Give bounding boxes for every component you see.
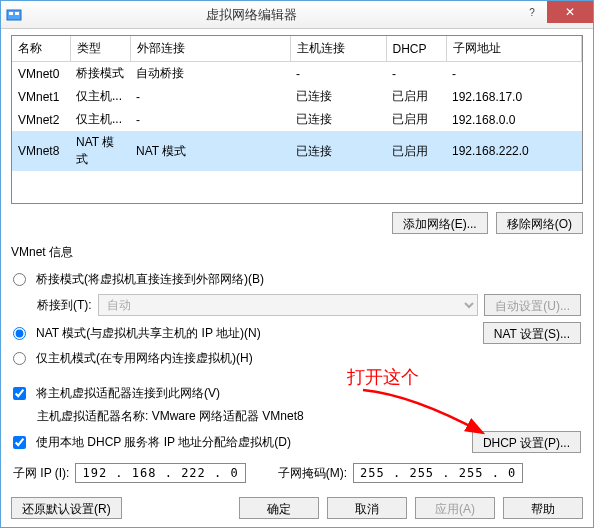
network-table[interactable]: 名称 类型 外部连接 主机连接 DHCP 子网地址 VMnet0桥接模式自动桥接… [11, 35, 583, 204]
cell-host: 已连接 [290, 85, 386, 108]
help-button[interactable]: ? [517, 1, 547, 23]
cell-name: VMnet2 [12, 108, 70, 131]
titlebar: 虚拟网络编辑器 ? ✕ [1, 1, 593, 29]
mode-hostonly-radio[interactable] [13, 352, 26, 365]
table-row[interactable]: VMnet2仅主机...-已连接已启用192.168.0.0 [12, 108, 582, 131]
restore-defaults-button[interactable]: 还原默认设置(R) [11, 497, 122, 519]
cell-host: 已连接 [290, 108, 386, 131]
cell-name: VMnet0 [12, 62, 70, 86]
col-type[interactable]: 类型 [70, 36, 130, 62]
table-row[interactable]: VMnet0桥接模式自动桥接--- [12, 62, 582, 86]
mode-nat-label: NAT 模式(与虚拟机共享主机的 IP 地址)(N) [36, 325, 261, 342]
cell-dhcp: - [386, 62, 446, 86]
cell-ext: 自动桥接 [130, 62, 290, 86]
cell-ext: - [130, 85, 290, 108]
table-row[interactable]: VMnet1仅主机...-已连接已启用192.168.17.0 [12, 85, 582, 108]
window-title: 虚拟网络编辑器 [0, 6, 517, 24]
cell-subnet: 192.168.0.0 [446, 108, 582, 131]
col-ext[interactable]: 外部连接 [130, 36, 290, 62]
cell-subnet: - [446, 62, 582, 86]
col-subnet[interactable]: 子网地址 [446, 36, 582, 62]
cell-host: - [290, 62, 386, 86]
cell-subnet: 192.168.222.0 [446, 131, 582, 171]
auto-settings-button[interactable]: 自动设置(U)... [484, 294, 581, 316]
cell-ext: - [130, 108, 290, 131]
nat-settings-button[interactable]: NAT 设置(S)... [483, 322, 581, 344]
cell-dhcp: 已启用 [386, 108, 446, 131]
cancel-button[interactable]: 取消 [327, 497, 407, 519]
col-name[interactable]: 名称 [12, 36, 70, 62]
mode-nat-radio[interactable] [13, 327, 26, 340]
cell-type: 仅主机... [70, 108, 130, 131]
vmnet-info-group: 桥接模式(将虚拟机直接连接到外部网络)(B) 桥接到(T): 自动 自动设置(U… [11, 265, 583, 489]
vmnet-info-label: VMnet 信息 [11, 244, 583, 261]
close-button[interactable]: ✕ [547, 1, 593, 23]
subnet-ip-label: 子网 IP (I): [13, 465, 69, 482]
cell-dhcp: 已启用 [386, 131, 446, 171]
cell-type: 仅主机... [70, 85, 130, 108]
help-button-footer[interactable]: 帮助 [503, 497, 583, 519]
ok-button[interactable]: 确定 [239, 497, 319, 519]
cell-subnet: 192.168.17.0 [446, 85, 582, 108]
cell-name: VMnet1 [12, 85, 70, 108]
use-dhcp-label: 使用本地 DHCP 服务将 IP 地址分配给虚拟机(D) [36, 434, 291, 451]
cell-ext: NAT 模式 [130, 131, 290, 171]
subnet-ip-input[interactable]: 192 . 168 . 222 . 0 [75, 463, 245, 483]
use-dhcp-checkbox[interactable] [13, 436, 26, 449]
dhcp-settings-button[interactable]: DHCP 设置(P)... [472, 431, 581, 453]
bridge-to-select[interactable]: 自动 [98, 294, 479, 316]
adapter-name-label: 主机虚拟适配器名称: VMware 网络适配器 VMnet8 [37, 408, 304, 425]
cell-type: NAT 模式 [70, 131, 130, 171]
bridge-to-label: 桥接到(T): [37, 297, 92, 314]
col-host[interactable]: 主机连接 [290, 36, 386, 62]
subnet-mask-input[interactable]: 255 . 255 . 255 . 0 [353, 463, 523, 483]
table-row[interactable]: VMnet8NAT 模式NAT 模式已连接已启用192.168.222.0 [12, 131, 582, 171]
remove-network-button[interactable]: 移除网络(O) [496, 212, 583, 234]
mode-bridged-label: 桥接模式(将虚拟机直接连接到外部网络)(B) [36, 271, 264, 288]
cell-host: 已连接 [290, 131, 386, 171]
cell-type: 桥接模式 [70, 62, 130, 86]
connect-host-checkbox[interactable] [13, 387, 26, 400]
connect-host-label: 将主机虚拟适配器连接到此网络(V) [36, 385, 220, 402]
apply-button[interactable]: 应用(A) [415, 497, 495, 519]
subnet-mask-label: 子网掩码(M): [278, 465, 347, 482]
col-dhcp[interactable]: DHCP [386, 36, 446, 62]
cell-dhcp: 已启用 [386, 85, 446, 108]
add-network-button[interactable]: 添加网络(E)... [392, 212, 488, 234]
mode-hostonly-label: 仅主机模式(在专用网络内连接虚拟机)(H) [36, 350, 253, 367]
mode-bridged-radio[interactable] [13, 273, 26, 286]
cell-name: VMnet8 [12, 131, 70, 171]
